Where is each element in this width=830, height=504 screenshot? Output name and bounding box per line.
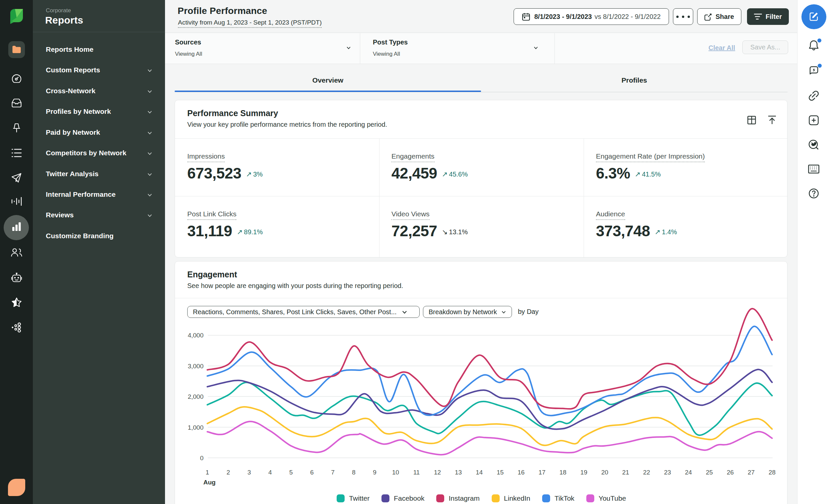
svg-text:1,000: 1,000	[188, 424, 203, 431]
svg-text:24: 24	[685, 469, 692, 476]
svg-text:25: 25	[706, 469, 713, 476]
svg-text:22: 22	[643, 469, 650, 476]
svg-text:8: 8	[352, 469, 356, 476]
svg-text:Aug: Aug	[203, 479, 216, 486]
svg-text:0: 0	[200, 455, 203, 462]
svg-text:14: 14	[476, 469, 483, 476]
svg-text:2: 2	[226, 469, 230, 476]
svg-text:6: 6	[310, 469, 314, 476]
svg-text:20: 20	[601, 469, 608, 476]
svg-text:2,000: 2,000	[188, 393, 203, 400]
svg-text:5: 5	[289, 469, 293, 476]
svg-text:18: 18	[560, 469, 566, 476]
svg-text:1: 1	[205, 469, 209, 476]
svg-text:7: 7	[331, 469, 334, 476]
svg-text:17: 17	[539, 469, 545, 476]
svg-text:4: 4	[268, 469, 272, 476]
svg-text:19: 19	[580, 469, 587, 476]
svg-text:3,000: 3,000	[188, 363, 203, 370]
svg-text:27: 27	[748, 469, 755, 476]
svg-text:28: 28	[769, 469, 775, 476]
svg-text:4,000: 4,000	[188, 332, 203, 339]
svg-text:23: 23	[664, 469, 671, 476]
svg-text:10: 10	[392, 469, 399, 476]
svg-text:11: 11	[413, 469, 420, 476]
svg-text:9: 9	[373, 469, 377, 476]
svg-text:21: 21	[622, 469, 629, 476]
svg-text:16: 16	[518, 469, 524, 476]
svg-text:15: 15	[497, 469, 504, 476]
svg-text:13: 13	[455, 469, 462, 476]
svg-text:12: 12	[434, 469, 441, 476]
svg-text:3: 3	[247, 469, 251, 476]
svg-text:26: 26	[727, 469, 734, 476]
